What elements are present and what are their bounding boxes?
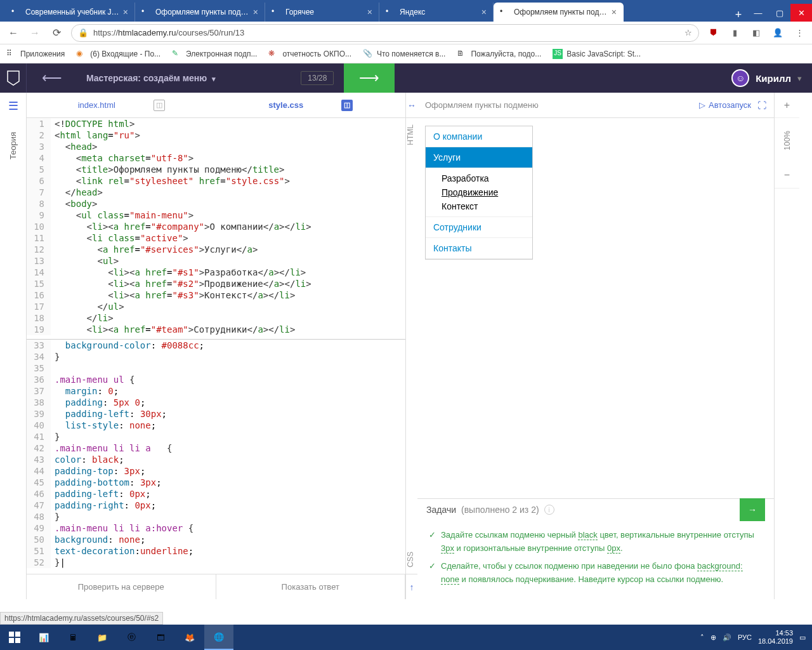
extension-icon-2[interactable]: ◧ xyxy=(750,27,763,39)
zoom-out-button[interactable]: − xyxy=(775,163,799,189)
code-content[interactable]: </ul> xyxy=(51,301,405,312)
tab-close-icon[interactable]: × xyxy=(253,7,258,17)
taskbar-app-icon[interactable]: 📊 xyxy=(29,625,58,650)
system-tray[interactable]: ˄ ⊕ 🔊 РУС 14:5318.04.2019 ▭ xyxy=(694,629,812,646)
code-content[interactable]: <title>Оформляем пункты подменю</title> xyxy=(51,164,405,175)
code-content[interactable]: .main-menu ul { xyxy=(51,374,405,385)
taskbar-firefox-icon[interactable]: 🦊 xyxy=(175,625,204,650)
code-content[interactable]: padding: 5px 0; xyxy=(51,397,405,408)
show-answer-button[interactable]: Показать ответ xyxy=(216,574,406,599)
code-content[interactable]: color: black; xyxy=(51,454,405,465)
code-content[interactable]: <!DOCTYPE html> xyxy=(51,118,405,129)
taskbar-app-icon[interactable]: 🖩 xyxy=(58,625,88,650)
nav-reload-icon[interactable]: ⟳ xyxy=(49,26,63,40)
tray-clock[interactable]: 14:5318.04.2019 xyxy=(758,629,793,646)
tab-style-css[interactable]: style.css◫ xyxy=(216,93,406,117)
autorun-toggle[interactable]: ▷Автозапуск xyxy=(699,100,751,110)
tab-close-icon[interactable]: × xyxy=(123,7,128,17)
bookmark-item[interactable]: ❋отчетность ОКПО... xyxy=(268,49,351,59)
code-content[interactable]: } xyxy=(51,511,405,522)
code-content[interactable]: <ul> xyxy=(51,255,405,267)
tab-close-icon[interactable]: × xyxy=(612,7,617,17)
browser-tab[interactable]: •Современный учебник Java...× xyxy=(5,3,135,22)
code-content[interactable]: padding-top: 3px; xyxy=(51,465,405,477)
html-editor[interactable]: 1<!DOCTYPE html>2<html lang="ru">3 <head… xyxy=(27,118,405,339)
code-content[interactable]: </li> xyxy=(51,312,405,324)
tray-lang[interactable]: РУС xyxy=(738,633,752,641)
code-content[interactable]: } xyxy=(51,431,405,442)
bookmark-item[interactable]: 🗎Пожалуйста, подо... xyxy=(457,49,541,59)
tray-chevron-icon[interactable]: ˄ xyxy=(700,633,704,642)
tasks-next-button[interactable]: → xyxy=(740,498,765,521)
code-content[interactable]: .main-menu li li a:hover { xyxy=(51,522,405,534)
code-content[interactable]: <li><a href="#s2">Продвижение</a></li> xyxy=(51,278,405,289)
css-editor[interactable]: 33 background-color: #0088cc;34}3536.mai… xyxy=(27,339,405,569)
taskbar-app-icon[interactable]: 🗔 xyxy=(146,625,175,650)
tab-index-html[interactable]: index.html◫ xyxy=(27,93,216,117)
taskbar-app-icon[interactable]: 📁 xyxy=(88,625,117,650)
apps-button[interactable]: ⠿Приложения xyxy=(6,49,65,59)
course-title-dropdown[interactable]: Мастерская: создаём меню▾ xyxy=(77,73,225,83)
code-content[interactable]: <meta charset="utf-8"> xyxy=(51,152,405,164)
nav-back-icon[interactable]: ← xyxy=(6,26,20,40)
window-minimize-icon[interactable]: — xyxy=(747,4,769,22)
submenu-item[interactable]: Контекст xyxy=(442,199,532,213)
code-content[interactable]: } xyxy=(51,351,405,362)
code-content[interactable]: <a href="#services">Услуги</a> xyxy=(51,244,405,255)
code-content[interactable]: margin: 0; xyxy=(51,385,405,397)
menu-item-contacts[interactable]: Контакты xyxy=(426,238,532,259)
code-content[interactable]: padding-bottom: 3px; xyxy=(51,477,405,488)
bookmark-item[interactable]: JSBasic JavaScript: St... xyxy=(553,49,641,59)
bookmark-item[interactable]: ◉(6) Входящие - По... xyxy=(76,49,160,59)
code-content[interactable]: padding-left: 0px; xyxy=(51,488,405,500)
taskbar-ie-icon[interactable]: ⓔ xyxy=(117,625,146,650)
code-content[interactable] xyxy=(51,362,405,374)
scroll-up-icon[interactable]: ↑ xyxy=(406,574,417,599)
code-content[interactable]: </head> xyxy=(51,187,405,198)
browser-tab[interactable]: •Оформляем пункты подме...× xyxy=(494,3,624,22)
star-icon[interactable]: ☆ xyxy=(684,28,692,37)
tab-close-icon[interactable]: × xyxy=(481,7,487,17)
browser-menu-icon[interactable]: ⋮ xyxy=(793,27,806,39)
submenu-item[interactable]: Продвижение xyxy=(442,185,532,199)
drag-handle-icon[interactable]: ↔ xyxy=(406,93,417,118)
zoom-in-button[interactable]: + xyxy=(775,93,799,118)
start-button[interactable] xyxy=(0,625,29,650)
code-content[interactable]: padding-left: 30px; xyxy=(51,408,405,420)
extension-ublock-icon[interactable]: ⛊ xyxy=(707,27,719,39)
browser-tab[interactable]: •Оформляем пункты подме...× xyxy=(135,3,265,22)
info-icon[interactable]: i xyxy=(544,505,554,515)
nav-forward-icon[interactable]: → xyxy=(28,26,42,40)
tray-network-icon[interactable]: ⊕ xyxy=(710,633,716,642)
theory-toggle-icon[interactable]: ☰ xyxy=(8,99,18,113)
tasks-header[interactable]: Задачи (выполнено 2 из 2) i → xyxy=(417,498,774,521)
window-close-icon[interactable]: ✕ xyxy=(790,4,812,22)
menu-item-services[interactable]: Услуги xyxy=(426,147,532,168)
extension-icon[interactable]: ▮ xyxy=(728,27,741,39)
address-bar[interactable]: 🔒 https://htmlacademy.ru/courses/50/run/… xyxy=(71,24,699,42)
code-content[interactable]: <li><a href="#team">Сотрудники</a></li> xyxy=(51,324,405,335)
fullscreen-icon[interactable]: ⛶ xyxy=(757,100,766,110)
theory-label[interactable]: Теория xyxy=(8,132,18,159)
code-content[interactable]: <head> xyxy=(51,141,405,152)
tray-notifications-icon[interactable]: ▭ xyxy=(799,633,806,642)
bookmark-item[interactable]: ✎Электронная подп... xyxy=(172,49,257,59)
profile-icon[interactable]: 👤 xyxy=(771,27,784,39)
check-server-button[interactable]: Проверить на сервере xyxy=(27,574,216,599)
menu-item-team[interactable]: Сотрудники xyxy=(426,217,532,238)
new-tab-button[interactable]: + xyxy=(730,8,747,22)
code-content[interactable]: .main-menu li li a { xyxy=(51,442,405,454)
code-content[interactable]: <link rel="stylesheet" href="style.css"> xyxy=(51,175,405,187)
code-content[interactable]: background-color: #0088cc; xyxy=(51,340,405,351)
tray-volume-icon[interactable]: 🔊 xyxy=(723,633,731,642)
submenu-item[interactable]: Разработка xyxy=(442,171,532,185)
code-content[interactable]: <html lang="ru"> xyxy=(51,129,405,141)
course-back-icon[interactable]: ⟵ xyxy=(27,70,77,86)
next-task-button[interactable]: ⟶ xyxy=(344,63,395,93)
window-maximize-icon[interactable]: ▢ xyxy=(769,4,790,22)
bookmark-item[interactable]: 📎Что поменяется в... xyxy=(363,49,445,59)
tab-close-icon[interactable]: × xyxy=(367,7,372,17)
code-content[interactable]: padding-right: 0px; xyxy=(51,500,405,511)
user-menu[interactable]: ☺ Кирилл ▾ xyxy=(721,69,812,87)
code-content[interactable]: list-style: none; xyxy=(51,420,405,431)
